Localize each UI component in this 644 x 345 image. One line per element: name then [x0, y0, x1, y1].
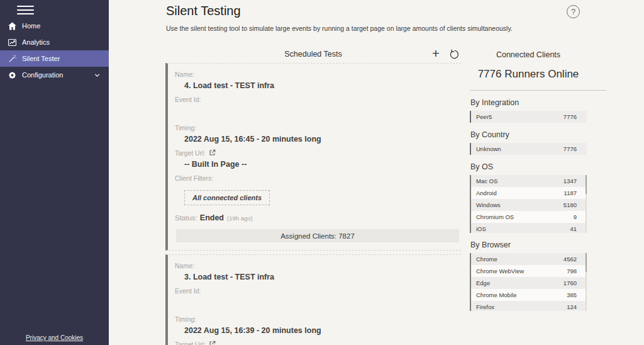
list-left-bar	[470, 175, 471, 233]
external-link-icon[interactable]	[209, 339, 216, 345]
test-card: Name:4. Load test - TEST infraEvent Id:T…	[165, 63, 461, 251]
gear-icon	[7, 70, 17, 80]
stats-row-value: 124	[567, 303, 577, 310]
wand-icon	[7, 54, 17, 64]
analytics-icon	[7, 37, 17, 47]
stats-list[interactable]: Mac OS1347Android1187Windows5180Chromium…	[470, 175, 587, 233]
connected-clients-title: Connected Clients	[470, 50, 587, 59]
help-icon[interactable]: ?	[567, 5, 580, 18]
field-label: Name:	[175, 71, 194, 78]
stats-section-by-browser: By BrowserChrome4562Chrome WebView798Edg…	[470, 240, 606, 311]
stats-row: Windows5180	[470, 199, 587, 211]
stats-row: Android1187	[470, 187, 587, 199]
stats-row-label: Chrome	[476, 256, 497, 263]
stats-row: Chrome4562	[470, 253, 587, 265]
sidebar-item-home[interactable]: Home	[0, 18, 109, 34]
test-card-list: Name:4. Load test - TEST infraEvent Id:T…	[165, 63, 461, 345]
hamburger-menu-icon[interactable]	[17, 6, 34, 16]
field-label: Target Url:	[175, 341, 205, 345]
stats-row-label: Chromium OS	[476, 213, 514, 220]
stats-row: Chromium OS9	[470, 211, 587, 223]
sidebar-item-label: Silent Tester	[22, 55, 60, 62]
stats-section-title: By Country	[470, 130, 606, 139]
status-label: Status:	[175, 214, 197, 222]
stats-section-title: By Integration	[470, 98, 606, 107]
field-value: 2022 Aug 15, 16:45 - 20 minutes long	[184, 135, 461, 144]
sidebar-item-label: Home	[22, 22, 40, 30]
stats-row-label: Chrome WebView	[476, 268, 524, 274]
test-field: Timing:2022 Aug 15, 16:45 - 20 minutes l…	[175, 123, 461, 144]
page-subtitle: Use the silent testing tool to simulate …	[166, 25, 513, 32]
stats-row: Edge1760	[470, 277, 587, 289]
field-value: 3. Load test - TEST infra	[184, 273, 461, 282]
test-field: Name:3. Load test - TEST infra	[175, 261, 461, 282]
test-field: Target Url:-- Built In Page --	[175, 340, 461, 345]
stats-row: Chrome Mobile385	[470, 289, 587, 301]
stats-section-by-country: By CountryUnknown7776	[470, 130, 606, 155]
sidebar: HomeAnalyticsSilent TesterConfiguration …	[0, 0, 109, 345]
field-label: Name:	[175, 262, 194, 269]
scrollbar-thumb[interactable]	[586, 253, 587, 272]
stats-row-label: iOS	[476, 225, 486, 232]
external-link-icon[interactable]	[209, 147, 216, 159]
status-value: Ended	[200, 213, 224, 222]
status-line: Status:Ended(19h ago)	[175, 213, 461, 223]
sidebar-item-label: Analytics	[22, 38, 50, 46]
stats-row-value: 1760	[564, 280, 577, 286]
field-label: Timing:	[175, 124, 196, 132]
divider	[470, 90, 606, 91]
stats-section-by-integration: By IntegrationPeer57776	[470, 98, 606, 123]
stats-row-label: Android	[476, 189, 497, 196]
stats-row-value: 7776	[564, 113, 577, 120]
stats-row-label: Edge	[476, 280, 490, 286]
field-label: Event Id:	[175, 287, 201, 295]
stats-row-label: Chrome Mobile	[476, 291, 516, 298]
stats-row-value: 7776	[564, 145, 577, 152]
client-stats-sections: By IntegrationPeer57776By CountryUnknown…	[470, 98, 606, 311]
page-title: Silent Testing	[166, 4, 241, 18]
help-glyph: ?	[571, 7, 575, 16]
sidebar-item-label: Configuration	[22, 71, 63, 79]
stats-row-value: 4562	[564, 256, 577, 263]
add-test-button[interactable]: +	[432, 47, 440, 60]
field-label: Client Filters:	[175, 174, 213, 182]
stats-row: Firefox124	[470, 301, 587, 311]
sidebar-item-configuration[interactable]: Configuration	[0, 67, 109, 83]
field-value: 4. Load test - TEST infra	[184, 81, 461, 91]
stats-row-label: Windows	[476, 201, 501, 208]
stats-row-value: 1187	[564, 189, 577, 196]
field-value	[184, 298, 461, 307]
test-field: Timing:2022 Aug 15, 16:39 - 20 minutes l…	[175, 315, 461, 336]
stats-row-value: 41	[570, 225, 577, 232]
field-value	[184, 106, 461, 116]
stats-section-title: By Browser	[470, 240, 606, 249]
status-ago: (19h ago)	[227, 215, 253, 222]
stats-row-label: Mac OS	[476, 178, 497, 184]
refresh-icon[interactable]	[449, 49, 460, 60]
sidebar-item-analytics[interactable]: Analytics	[0, 34, 109, 50]
scheduled-tests-header: Scheduled Tests +	[165, 47, 461, 63]
runners-online-count: 7776 Runners Online	[470, 68, 587, 81]
test-field: Client Filters:	[175, 174, 461, 183]
stats-row-label: Unknown	[476, 145, 501, 152]
field-value: 2022 Aug 15, 16:39 - 20 minutes long	[184, 326, 461, 336]
list-left-bar	[470, 253, 471, 311]
sidebar-item-silent-tester[interactable]: Silent Tester	[0, 50, 109, 67]
test-card: Name:3. Load test - TEST infraEvent Id:T…	[165, 254, 461, 345]
scheduled-tests-panel: Scheduled Tests + Name:4. Load test - TE…	[165, 47, 461, 345]
scrollbar-thumb[interactable]	[586, 175, 587, 194]
chevron-down-icon[interactable]	[94, 72, 101, 79]
test-field: Name:4. Load test - TEST infra	[175, 70, 461, 91]
stats-list[interactable]: Chrome4562Chrome WebView798Edge1760Chrom…	[470, 253, 587, 311]
stats-row: iOS41	[470, 223, 587, 233]
stats-section-title: By OS	[470, 162, 606, 171]
field-label: Timing:	[175, 315, 196, 323]
stats-row-label: Peer5	[476, 113, 492, 120]
field-value: -- Built In Page --	[184, 160, 461, 169]
privacy-link[interactable]: Privacy and Cookies	[0, 334, 109, 341]
stats-row-label: Firefox	[476, 303, 494, 310]
stats-row-value: 385	[567, 291, 577, 298]
test-field: Event Id:	[175, 286, 461, 307]
connected-clients-panel: Connected Clients 7776 Runners Online By…	[470, 47, 606, 311]
stats-row-value: 798	[567, 268, 577, 274]
